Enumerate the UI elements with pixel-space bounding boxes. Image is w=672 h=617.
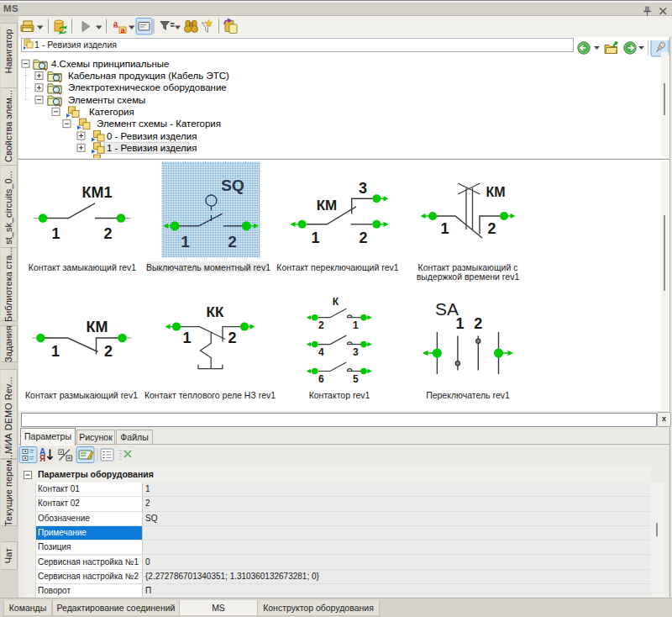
svg-text:0 - Ревизия изделия: 0 - Ревизия изделия <box>107 131 197 141</box>
svg-text:КМ: КМ <box>317 198 338 214</box>
svg-text:Категория: Категория <box>89 107 134 117</box>
svg-text:1: 1 <box>311 229 319 246</box>
svg-text:выдержкой времени rev1: выдержкой времени rev1 <box>417 272 520 282</box>
svg-text:Элементы схемы: Элементы схемы <box>68 95 145 105</box>
svg-text:2: 2 <box>318 319 324 331</box>
svg-text:1: 1 <box>440 220 449 237</box>
svg-text:Элемент схемы - Категория: Элемент схемы - Категория <box>97 119 221 129</box>
svg-text:Электротехническое оборудовани: Электротехническое оборудование <box>68 82 227 92</box>
svg-text:Контакт теплового реле НЗ rev1: Контакт теплового реле НЗ rev1 <box>144 390 276 400</box>
svg-text:4.Схемы принципиальные: 4.Схемы принципиальные <box>51 59 169 69</box>
svg-text:1: 1 <box>182 330 191 346</box>
svg-text:4: 4 <box>318 346 324 358</box>
svg-text:6: 6 <box>318 373 324 385</box>
svg-text:5: 5 <box>353 373 359 385</box>
svg-text:2: 2 <box>103 225 112 242</box>
svg-text:2: 2 <box>359 229 367 246</box>
svg-text:1: 1 <box>51 343 60 360</box>
svg-text:1 - Ревизия изделия: 1 - Ревизия изделия <box>107 143 197 153</box>
svg-text:Контакт переключающий rev1: Контакт переключающий rev1 <box>276 262 398 272</box>
svg-text:Кабельная продукция (Кабель ЭТ: Кабельная продукция (Кабель ЭТС) <box>68 71 229 81</box>
svg-text:Переключатель rev1: Переключатель rev1 <box>426 390 510 400</box>
svg-text:2: 2 <box>104 343 113 360</box>
svg-text:2: 2 <box>228 233 237 250</box>
svg-text:1: 1 <box>51 225 60 242</box>
svg-text:3: 3 <box>359 180 367 197</box>
svg-text:КМ: КМ <box>486 185 505 199</box>
svg-text:Контактор rev1: Контактор rev1 <box>309 390 370 400</box>
svg-text:2: 2 <box>487 220 496 237</box>
svg-text:К: К <box>333 296 339 308</box>
svg-text:КК: КК <box>207 304 224 320</box>
svg-text:3: 3 <box>353 346 359 358</box>
svg-text:1: 1 <box>455 315 464 332</box>
svg-text:КМ: КМ <box>87 319 108 335</box>
svg-text:SQ: SQ <box>221 177 244 194</box>
svg-text:КМ1: КМ1 <box>82 184 113 201</box>
svg-text:1: 1 <box>181 233 190 250</box>
svg-text:1: 1 <box>353 319 359 331</box>
svg-text:2: 2 <box>474 315 482 332</box>
svg-text:Выключатель моментный rev1: Выключатель моментный rev1 <box>146 262 270 272</box>
svg-text:2: 2 <box>228 330 236 346</box>
svg-text:Контакт размыкающий rev1: Контакт размыкающий rev1 <box>25 390 138 400</box>
svg-text:Контакт замыкающий rev1: Контакт замыкающий rev1 <box>29 262 137 272</box>
svg-text:Я: Я <box>39 454 45 463</box>
